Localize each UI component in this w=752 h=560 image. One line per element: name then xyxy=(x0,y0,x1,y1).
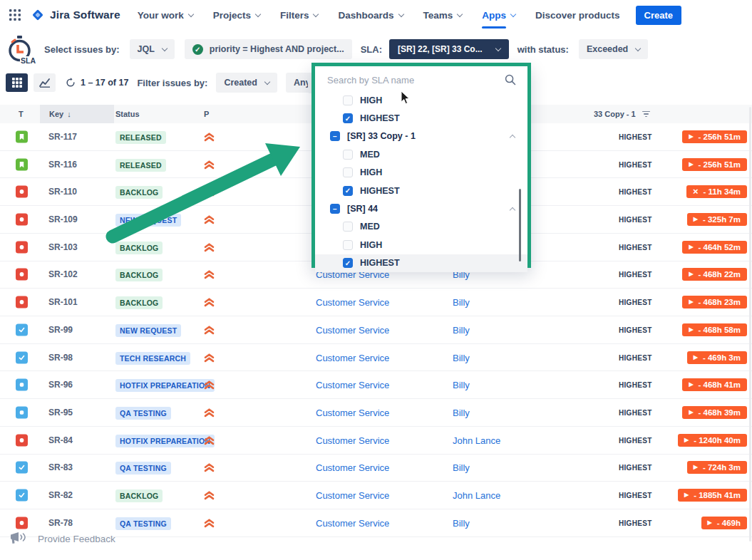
assignee-link[interactable]: Billy xyxy=(453,408,470,418)
sla-option-highest[interactable]: ✓ HIGHEST xyxy=(315,182,527,199)
issue-key-link[interactable]: SR-117 xyxy=(48,132,77,142)
checkbox[interactable]: ✓ xyxy=(343,186,353,196)
service-link[interactable]: Customer Service xyxy=(316,297,389,308)
sla-timer-chip[interactable]: ▶- 468h 39m xyxy=(682,406,747,419)
col-header-status[interactable]: Status xyxy=(115,105,140,123)
status-filter-select[interactable]: Exceeded xyxy=(579,39,648,59)
sla-option-med[interactable]: MED xyxy=(315,145,527,163)
issue-key-link[interactable]: SR-78 xyxy=(48,518,73,528)
assignee-link[interactable]: Billy xyxy=(453,324,470,335)
filter-icon[interactable] xyxy=(642,111,650,118)
issue-key-link[interactable]: SR-84 xyxy=(48,435,73,445)
sla-priority-value: HIGHEST xyxy=(619,243,652,251)
sla-timer-chip[interactable]: ▶- 468h 41m xyxy=(682,378,747,391)
chevron-up-icon[interactable] xyxy=(505,202,515,215)
assignee-link[interactable]: Billy xyxy=(453,297,470,308)
issue-key-link[interactable]: SR-101 xyxy=(48,297,78,307)
provide-feedback-link[interactable]: Provide Feedback xyxy=(38,534,115,544)
issue-key-link[interactable]: SR-99 xyxy=(48,325,73,335)
sla-option-high[interactable]: HIGH xyxy=(315,164,527,182)
assignee-link[interactable]: Billy xyxy=(453,380,470,390)
nav-item-dashboards[interactable]: Dashboards xyxy=(338,10,403,21)
sla-timer-chip[interactable]: ▶- 325h 7m xyxy=(687,213,747,226)
checkbox[interactable]: − xyxy=(330,131,340,141)
checkbox[interactable] xyxy=(343,240,353,250)
col-header-priority[interactable]: P xyxy=(204,105,209,123)
sla-option-high[interactable]: HIGH xyxy=(315,236,527,254)
priority-highest-icon xyxy=(203,517,215,528)
sla-group--sr-33-copy-1[interactable]: − [SR] 33 Copy - 1 xyxy=(315,128,527,145)
assignee-link[interactable]: Billy xyxy=(453,462,470,473)
sla-search-input[interactable] xyxy=(326,74,505,86)
service-link[interactable]: Customer Service xyxy=(316,462,389,473)
issue-key-link[interactable]: SR-110 xyxy=(48,187,77,197)
assignee-link[interactable]: John Lance xyxy=(453,490,500,501)
issue-key-link[interactable]: SR-95 xyxy=(48,408,73,418)
checkbox[interactable]: ✓ xyxy=(343,113,353,123)
checkbox[interactable] xyxy=(343,167,353,177)
sla-option-high[interactable]: HIGH xyxy=(315,91,527,109)
issue-key-link[interactable]: SR-98 xyxy=(48,353,73,363)
service-link[interactable]: Customer Service xyxy=(316,324,389,335)
nav-item-projects[interactable]: Projects xyxy=(213,10,260,21)
issue-key-link[interactable]: SR-103 xyxy=(48,242,78,252)
sla-timer-chip[interactable]: ▶- 256h 51m xyxy=(682,130,747,143)
service-link[interactable]: Customer Service xyxy=(316,352,389,363)
create-button[interactable]: Create xyxy=(636,6,681,25)
checkbox[interactable] xyxy=(343,150,353,160)
sla-timer-chip[interactable]: ▶- 468h 23m xyxy=(682,296,747,308)
service-link[interactable]: Customer Service xyxy=(316,380,389,390)
page-scrollbar[interactable] xyxy=(749,107,751,541)
issue-key-link[interactable]: SR-102 xyxy=(48,269,78,279)
checkbox[interactable]: ✓ xyxy=(343,258,353,268)
sla-timer-chip[interactable]: ▶- 468h 58m xyxy=(682,323,747,336)
checkbox[interactable]: − xyxy=(330,204,340,214)
issue-key-link[interactable]: SR-82 xyxy=(48,490,73,500)
jql-query-chip[interactable]: ✓priority = Highest AND project... xyxy=(185,39,352,59)
sla-option-highest[interactable]: ✓ HIGHEST xyxy=(315,254,527,272)
jql-mode-select[interactable]: JQL xyxy=(130,39,175,59)
service-link[interactable]: Customer Service xyxy=(316,490,389,501)
assignee-link[interactable]: John Lance xyxy=(453,435,500,445)
col-header-type[interactable]: T xyxy=(19,105,24,123)
issue-key-link[interactable]: SR-116 xyxy=(48,160,77,170)
col-header-sla[interactable]: 33 Copy - 1 xyxy=(594,105,650,123)
chart-view-button[interactable] xyxy=(34,73,56,92)
nav-item-teams[interactable]: Teams xyxy=(423,10,463,21)
dropdown-scrollbar[interactable] xyxy=(519,189,521,261)
issue-key-link[interactable]: SR-109 xyxy=(48,214,78,224)
sla-timer-chip[interactable]: ▶- 724h 3m xyxy=(687,461,747,474)
issue-key-link[interactable]: SR-83 xyxy=(48,462,73,472)
sla-timer-chip[interactable]: ▶- 469h 3m xyxy=(687,351,747,364)
assignee-link[interactable]: Billy xyxy=(453,517,470,528)
issue-key-link[interactable]: SR-96 xyxy=(48,380,73,390)
nav-item-filters[interactable]: Filters xyxy=(280,10,319,21)
sla-timer-chip[interactable]: ▶- 464h 52m xyxy=(682,241,747,254)
nav-item-apps[interactable]: Apps xyxy=(482,10,515,21)
sla-timer-chip[interactable]: ▶- 468h 22m xyxy=(682,268,747,281)
assignee-link[interactable]: Billy xyxy=(453,352,470,363)
issue-type-task-icon xyxy=(16,462,28,474)
sla-timer-chip[interactable]: ×- 11h 34m xyxy=(686,185,747,198)
service-link[interactable]: Customer Service xyxy=(316,435,389,445)
timer-state-icon: ▶ xyxy=(689,244,693,250)
created-filter-select[interactable]: Created xyxy=(216,73,277,93)
chevron-up-icon[interactable] xyxy=(505,130,515,142)
service-link[interactable]: Customer Service xyxy=(316,517,389,528)
app-switcher-icon[interactable] xyxy=(7,7,23,23)
checkbox[interactable] xyxy=(343,222,353,232)
table-view-button[interactable] xyxy=(6,73,28,92)
sla-option-highest[interactable]: ✓ HIGHEST xyxy=(315,109,527,127)
col-header-key[interactable]: Key↓ xyxy=(40,105,114,123)
sla-timer-chip[interactable]: ▶- 469h xyxy=(701,517,747,529)
sla-timer-chip[interactable]: ▶- 256h 51m xyxy=(682,158,747,171)
sla-timer-chip[interactable]: ▶- 1240h 40m xyxy=(678,434,747,447)
sla-timer-chip[interactable]: ▶- 1885h 41m xyxy=(678,489,747,502)
service-link[interactable]: Customer Service xyxy=(316,408,389,418)
sla-multiselect-button[interactable]: [SR] 22, [SR] 33 Co... xyxy=(389,39,509,59)
nav-item-discover-products[interactable]: Discover products xyxy=(535,10,620,21)
nav-item-your-work[interactable]: Your work xyxy=(138,10,193,21)
sla-option-med[interactable]: MED xyxy=(315,218,527,236)
checkbox[interactable] xyxy=(343,95,353,105)
sla-group--sr-44[interactable]: − [SR] 44 xyxy=(315,199,527,217)
